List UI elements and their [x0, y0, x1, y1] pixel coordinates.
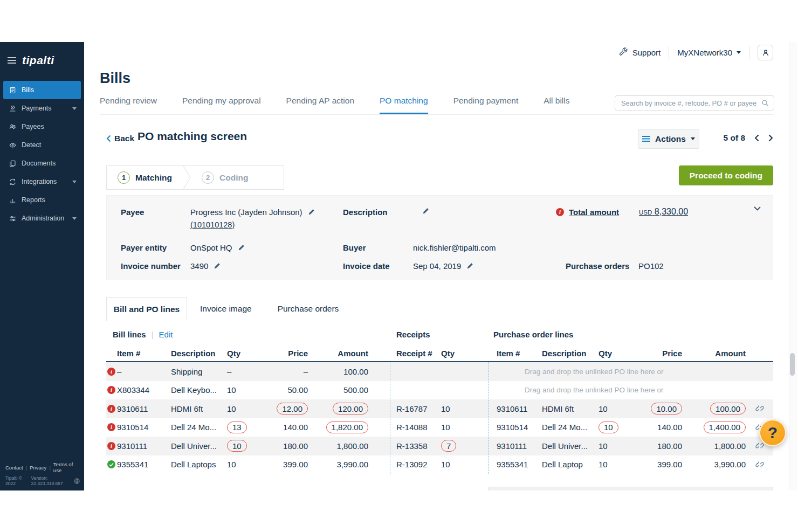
- po-item-number: 9310611: [490, 404, 542, 413]
- collapse-panel-icon[interactable]: [754, 206, 761, 211]
- sidebar-item-documents[interactable]: Documents: [3, 154, 81, 172]
- sidebar-item-label: Payments: [22, 105, 52, 112]
- sidebar-item-payees[interactable]: Payees: [3, 118, 81, 136]
- bill-item-number: 9355341: [117, 460, 171, 469]
- receipt-qty: 7: [439, 440, 483, 452]
- bill-details-panel: Payee Progress Inc (Jayden Johnson) (101…: [106, 195, 773, 280]
- tab-pending-review[interactable]: Pending review: [100, 96, 157, 113]
- bill-qty: 10: [227, 460, 254, 469]
- sidebar-item-label: Payees: [22, 123, 44, 130]
- footer-link-privacy[interactable]: Privacy: [30, 465, 46, 471]
- table-row: 9355341Dell Laptops10399.003,990.00R-130…: [106, 455, 773, 474]
- unlink-icon[interactable]: [746, 404, 773, 413]
- tab-po-matching[interactable]: PO matching: [380, 96, 428, 114]
- sidebar-item-bills[interactable]: Bills: [3, 81, 81, 99]
- footer-link-contact[interactable]: Contact: [5, 465, 23, 471]
- bill-col-header-description: Description: [171, 349, 227, 358]
- avatar[interactable]: [758, 45, 773, 60]
- sidebar-item-payments[interactable]: Payments: [3, 99, 81, 118]
- search-icon: [761, 99, 769, 107]
- search-input-wrap: [615, 95, 774, 110]
- payee-id-link[interactable]: (101010128): [190, 220, 235, 229]
- scrollbar-track[interactable]: [789, 42, 797, 490]
- footer-link-terms-of-use[interactable]: Terms of use: [53, 461, 80, 473]
- edit-payee-icon[interactable]: [308, 209, 315, 216]
- table-row: i9310611HDMI 6ft1012.00120.00R-167871093…: [106, 399, 773, 418]
- error-status-icon[interactable]: i: [106, 386, 117, 394]
- total-amount-label[interactable]: Total amount: [569, 208, 619, 217]
- po-item-number: 9355341: [490, 460, 542, 469]
- tab-pending-ap-action[interactable]: Pending AP action: [286, 96, 354, 113]
- edit-description-icon[interactable]: [422, 208, 429, 215]
- info-icon[interactable]: i: [556, 208, 564, 216]
- sidebar-item-reports[interactable]: Reports: [3, 191, 81, 209]
- content-tab-bill-and-po-lines[interactable]: Bill and PO lines: [106, 297, 187, 321]
- sidebar-item-administration[interactable]: Administration: [3, 209, 81, 227]
- menu-toggle-icon[interactable]: [8, 57, 16, 64]
- sidebar-nav: BillsPaymentsPayeesDetectDocumentsIntegr…: [0, 81, 84, 227]
- help-button[interactable]: ?: [759, 419, 786, 446]
- bill-col-header-price: Price: [254, 349, 308, 358]
- sidebar-item-integrations[interactable]: Integrations: [3, 172, 81, 191]
- step-matching[interactable]: 1 Matching: [107, 171, 183, 184]
- mismatch-flag: 10.00: [651, 403, 682, 414]
- chevron-down-icon: [72, 217, 77, 220]
- sidebar-item-label: Administration: [22, 215, 64, 222]
- bill-qty: 10: [227, 404, 254, 413]
- scrollbar-thumb[interactable]: [790, 353, 795, 376]
- edit-payer-entity-icon[interactable]: [238, 244, 245, 251]
- bill-col-header-item: Item #: [117, 349, 171, 358]
- matched-status-icon[interactable]: [106, 460, 117, 468]
- po-col-header-price: Price: [624, 349, 682, 358]
- chevron-down-icon: [72, 181, 77, 183]
- table-rows: i–Shipping––100.00Drag and drop the unli…: [106, 362, 773, 474]
- receipt-number: R-13092: [390, 460, 439, 469]
- invoice-number-label: Invoice number: [121, 261, 181, 271]
- po-drop-zone[interactable]: Drag and drop the unlinked PO line here …: [490, 368, 773, 376]
- step-label: Coding: [219, 173, 248, 183]
- account-menu[interactable]: MyXNetwork30: [677, 48, 741, 57]
- tipalti-logo: tipalti: [22, 54, 54, 67]
- next-bill-button[interactable]: [768, 134, 773, 142]
- prev-bill-button[interactable]: [754, 134, 759, 142]
- invoice-number-value: 3490: [190, 261, 221, 271]
- tab-pending-payment[interactable]: Pending payment: [453, 96, 519, 113]
- payee-value: Progress Inc (Jayden Johnson): [190, 208, 315, 217]
- error-status-icon[interactable]: i: [106, 442, 117, 450]
- error-status-icon[interactable]: i: [106, 405, 117, 413]
- edit-invoice-number-icon[interactable]: [214, 262, 221, 270]
- search-input[interactable]: [620, 99, 761, 108]
- content-tab-invoice-image[interactable]: Invoice image: [187, 297, 265, 321]
- edit-invoice-date-icon[interactable]: [466, 262, 473, 270]
- total-amount-value[interactable]: USD 8,330.00: [639, 207, 688, 217]
- total-amount-group: i Total amount USD 8,330.00: [556, 207, 688, 217]
- globe-icon[interactable]: [74, 478, 80, 484]
- invoice-number-text: 3490: [190, 261, 208, 271]
- mismatch-flag: 100.00: [710, 403, 746, 414]
- currency-code: USD: [639, 209, 652, 216]
- tab-all-bills[interactable]: All bills: [544, 96, 569, 113]
- proceed-to-coding-button[interactable]: Proceed to coding: [679, 165, 773, 185]
- bill-item-number: 9310611: [117, 404, 171, 413]
- po-drop-zone[interactable]: Drag and drop the unlinked PO line here …: [490, 386, 773, 394]
- chevron-down-icon: [737, 51, 741, 54]
- bill-amount: 1,800.00: [308, 441, 368, 451]
- bill-price: 12.00: [254, 403, 308, 414]
- sidebar-item-label: Documents: [22, 160, 56, 167]
- content-tab-purchase-orders[interactable]: Purchase orders: [265, 297, 352, 321]
- page-count: 5 of 8: [724, 133, 745, 143]
- sidebar-item-detect[interactable]: Detect: [3, 136, 81, 154]
- buyer-value: nick.fishler@tipalti.com: [413, 243, 496, 252]
- back-button[interactable]: Back: [106, 134, 134, 143]
- sidebar-item-label: Integrations: [22, 178, 57, 185]
- edit-bill-lines-link[interactable]: Edit: [159, 330, 173, 339]
- actions-button[interactable]: Actions: [638, 129, 699, 149]
- tab-pending-my-approval[interactable]: Pending my approval: [182, 96, 261, 113]
- table-header-row: Item #DescriptionQtyPriceAmountReceipt #…: [106, 346, 773, 360]
- step-coding[interactable]: 2 Coding: [191, 171, 259, 184]
- unlink-icon[interactable]: [746, 460, 773, 469]
- sidebar-header: tipalti: [0, 42, 84, 67]
- support-link[interactable]: Support: [619, 47, 661, 58]
- error-status-icon[interactable]: i: [106, 423, 117, 431]
- error-status-icon[interactable]: i: [106, 368, 117, 376]
